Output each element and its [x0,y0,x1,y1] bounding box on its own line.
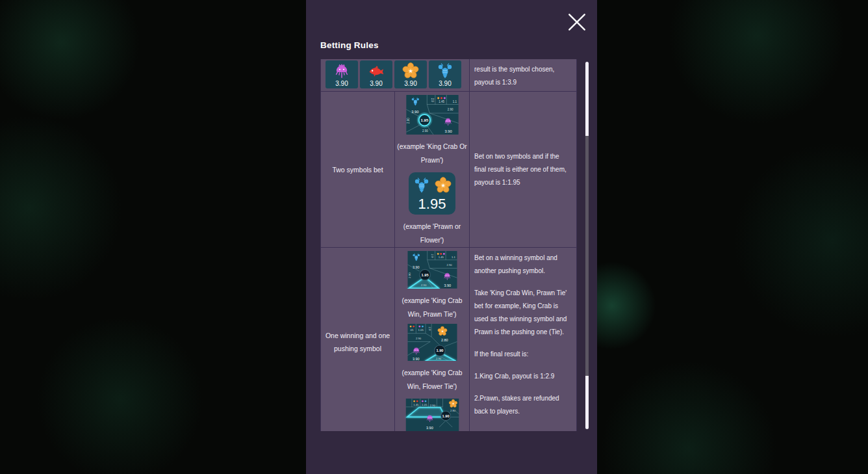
mini-symbol-dot [413,325,415,327]
board-odds-value: 3.90 [412,357,419,361]
odds-value: 3.90 [439,79,451,88]
board-odds-value: 3.90 [426,426,433,430]
bet-tile-flower: 3.90 [394,60,427,88]
mini-symbol-dot [418,325,420,327]
board-odds-value: 2.90 [407,118,410,124]
mini-symbol-dot [421,401,423,402]
board-odds-value: 2.80 [450,409,455,412]
board-odds-value: 2.90 [436,357,442,360]
board-odds-value: 1.05 [418,328,424,332]
board-odds-value: 1.90 [436,349,443,352]
scrollbar-thumb[interactable] [585,136,589,376]
prawn-icon [413,177,430,194]
board-odds-value: 2.90 [446,263,452,267]
mini-symbol-dot [409,325,411,327]
single-symbol-description-cell: result is the symbol chosen, payout is 1… [470,59,577,92]
board-odds-value: 2.80 [440,337,448,341]
mini-symbol-dot [440,253,442,255]
example-board-partial: 1.45 1.05 2.80 2.90 1.90 3.90 [403,399,461,431]
close-button[interactable] [567,12,587,33]
board-odds-value: 2.90 [429,404,435,407]
description-paragraph: Bet on a winning symbol and another push… [474,252,572,278]
example-board-king-crab-win-flower-tie: 05 1.05 2.9 2.90 2.80 3.90 1.90 2.90 [405,324,459,362]
board-odds-value: 2.90 [422,129,428,133]
close-icon [567,12,587,33]
board-odds-value: 05 [410,328,413,332]
board-odds-value: 2.90 [447,108,453,111]
win-push-description-cell: Bet on a winning symbol and another push… [470,248,577,431]
example-caption: (example 'Prawn or Flower') [396,220,468,247]
king-crab-icon [333,62,350,79]
board-odds-value: 1.1 [452,256,456,259]
mini-symbol-dot [440,97,442,99]
odds-value: 3.90 [335,79,348,88]
prawn-icon [437,62,453,79]
flower-icon [402,62,419,79]
board-odds-value: 2.9 [431,98,434,103]
mini-symbol-dot [442,253,444,255]
description-paragraph: 1.King Crab, payout is 1:2.9 [474,370,572,383]
board-odds-value: 2.9 [428,326,431,331]
board-odds-value: 1.95 [421,273,428,277]
board-odds-value: 1.1 [452,100,457,103]
single-symbol-tiles-cell: 3.90 3.90 3.90 3.90 [321,59,470,92]
flower-icon [435,177,452,194]
two-symbols-examples-cell: 3.90 1.45 1.1 2.90 2.9 2.90 2.90 1.95 3.… [395,92,470,248]
rules-table: 3.90 3.90 3.90 3.90 result is the symbol… [321,59,577,431]
bet-tile-prawn: 3.90 [429,60,461,88]
mini-symbol-dot [416,401,418,402]
example-board-king-crab-or-prawn: 3.90 1.45 1.1 2.90 2.9 2.90 2.90 1.95 3.… [405,95,459,135]
row-label-win-push: One winning and one pushing symbol [321,248,395,431]
bet-tile-king-crab: 3.90 [326,60,358,88]
board-odds-value: 1.05 [422,403,428,406]
description-paragraph: Take 'King Crab Win, Prawn Tie' bet for … [474,287,572,339]
mini-symbol-dot [413,401,415,402]
board-odds-value: 1.45 [413,403,419,406]
two-symbols-description-cell: Bet on two symbols and if the final resu… [470,92,577,248]
mini-symbol-dot [424,401,426,402]
example-board-king-crab-win-prawn-tie: 3.90 1.45 1.1 2.90 2.9 2.90 1.95 2.90 3.… [405,251,459,289]
rules-table-viewport[interactable]: 3.90 3.90 3.90 3.90 result is the symbol… [320,59,578,431]
scrollbar-track[interactable] [585,62,589,429]
modal-title: Betting Rules [320,40,379,50]
board-odds-value: 3.90 [444,129,452,133]
board-odds-value: 1.95 [420,118,428,122]
board-odds-value: 3.90 [444,283,451,287]
bet-tile-prawn-or-flower: 1.95 [409,172,455,215]
description-paragraph: If the final result is: [474,348,572,361]
board-odds-value: 2.90 [421,283,427,287]
board-odds-value: 3.90 [411,110,418,114]
description-text: Bet on two symbols and if the final resu… [472,148,574,192]
mini-symbol-dot [437,97,439,99]
board-odds-value: 1.45 [439,100,444,103]
board-odds-value: 1.90 [442,414,449,418]
mini-symbol-dot [421,325,423,327]
row-label-two-symbols-bet: Two symbols bet [321,92,395,248]
fish-icon [368,62,385,79]
example-caption: (example 'King Crab Win, Flower Tie') [396,366,468,393]
bet-tile-fish: 3.90 [360,60,392,88]
mini-symbol-dot [437,253,439,255]
odds-value: 1.95 [409,196,455,213]
betting-rules-modal: Betting Rules 3.90 3.90 3.90 [306,0,597,474]
mini-symbol-dot [443,97,445,99]
board-odds-value: 1.45 [438,256,444,259]
example-caption: (example 'King Crab Or Prawn') [396,140,468,167]
game-background: { "modal": { "title": "Betting Rules", "… [0,0,868,474]
description-paragraph: 2.Prawn, stakes are refunded back to pla… [474,392,572,418]
odds-value: 3.90 [404,79,416,88]
odds-value: 3.90 [370,79,382,88]
board-odds-value: 2.90 [415,336,421,339]
win-push-examples-cell: 3.90 1.45 1.1 2.90 2.9 2.90 1.95 2.90 3.… [395,248,470,431]
board-odds-value: 2.90 [408,272,411,278]
example-caption: (example 'King Crab Win, Prawn Tie') [396,294,468,321]
board-odds-value: 3.90 [412,265,419,269]
description-text: result is the symbol chosen, payout is 1… [472,60,574,92]
board-odds-value: 2.9 [431,254,434,258]
